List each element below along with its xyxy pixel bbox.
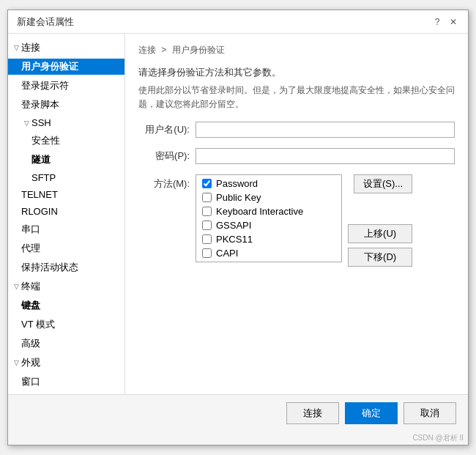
dialog: 新建会话属性 ? ✕ ▽ 连接 用户身份验证 登录提示符 — [7, 10, 469, 445]
username-input[interactable] — [196, 122, 455, 138]
sidebar-item-telnet[interactable]: TELNET — [8, 186, 124, 203]
sidebar-item-vt-mode[interactable]: VT 模式 — [8, 315, 124, 334]
help-button[interactable]: ? — [431, 16, 443, 28]
sidebar-item-sftp[interactable]: SFTP — [8, 169, 124, 186]
title-bar-controls: ? ✕ — [431, 16, 459, 28]
move-up-button[interactable]: 上移(U) — [348, 224, 412, 243]
method-gssapi-label: GSSAPI — [216, 220, 251, 231]
sidebar-label-ssh: SSH — [31, 117, 51, 128]
sidebar-item-ssh[interactable]: ▽ SSH — [8, 114, 124, 131]
method-capi[interactable]: CAPI — [202, 248, 335, 259]
method-password-label: Password — [216, 178, 258, 189]
expand-icon-appearance: ▽ — [11, 358, 21, 368]
sidebar-label-connection: 连接 — [21, 41, 40, 54]
sidebar-item-window[interactable]: 窗口 — [8, 372, 124, 391]
checkbox-password[interactable] — [202, 179, 212, 188]
sidebar-label-advanced-term: 高级 — [21, 337, 40, 350]
watermark: CSDN @君析 II — [8, 432, 468, 445]
sidebar-item-appearance[interactable]: ▽ 外观 — [8, 353, 124, 372]
password-row: 密码(P): — [138, 148, 455, 164]
sidebar-label-login-script: 登录脚本 — [21, 98, 59, 111]
sidebar-label-window: 窗口 — [21, 375, 40, 388]
methods-box: Password Public Key Keyboard Interactive — [196, 174, 342, 262]
connect-button[interactable]: 连接 — [286, 402, 339, 424]
sidebar-item-proxy[interactable]: 代理 — [8, 239, 124, 258]
move-down-button[interactable]: 下移(D) — [348, 248, 412, 267]
settings-button[interactable]: 设置(S)... — [354, 174, 412, 193]
method-gssapi[interactable]: GSSAPI — [202, 220, 335, 231]
methods-section: 方法(M): Password Public Key K — [138, 174, 455, 267]
expand-icon-connection: ▽ — [11, 42, 21, 53]
breadcrumb: 连接 > 用户身份验证 — [138, 44, 455, 56]
sidebar-item-login-prompt[interactable]: 登录提示符 — [8, 76, 124, 95]
ok-button[interactable]: 确定 — [345, 402, 398, 424]
sidebar-label-sftp: SFTP — [31, 172, 56, 183]
password-input[interactable] — [196, 148, 455, 164]
dialog-footer: 连接 确定 取消 — [8, 394, 468, 432]
sidebar-label-terminal: 终端 — [21, 280, 40, 293]
sidebar-label-user-auth: 用户身份验证 — [21, 60, 78, 73]
username-row: 用户名(U): — [138, 122, 455, 138]
sidebar-label-keepalive: 保持活动状态 — [21, 261, 78, 274]
sidebar-label-serial: 串口 — [21, 223, 40, 236]
cancel-button[interactable]: 取消 — [404, 402, 456, 424]
method-pkcs11[interactable]: PKCS11 — [202, 234, 335, 245]
checkbox-public-key[interactable] — [202, 193, 212, 202]
sidebar-item-keepalive[interactable]: 保持活动状态 — [8, 258, 124, 277]
username-label: 用户名(U): — [138, 123, 190, 136]
sidebar-label-tunnel: 隧道 — [31, 153, 51, 166]
method-label: 方法(M): — [138, 174, 190, 190]
dialog-title: 新建会话属性 — [17, 15, 74, 29]
sidebar-label-rlogin: RLOGIN — [21, 206, 58, 217]
sidebar-item-terminal[interactable]: ▽ 终端 — [8, 277, 124, 296]
sidebar-label-proxy: 代理 — [21, 242, 40, 255]
desc-line1: 请选择身份验证方法和其它参数。 — [138, 65, 455, 81]
sidebar-item-keyboard[interactable]: 键盘 — [8, 296, 124, 315]
sidebar-label-appearance: 外观 — [21, 356, 40, 369]
method-keyboard-interactive[interactable]: Keyboard Interactive — [202, 206, 335, 217]
method-pkcs11-label: PKCS11 — [216, 234, 253, 245]
breadcrumb-separator: > — [161, 45, 168, 55]
sidebar-label-keyboard: 键盘 — [21, 299, 40, 312]
sidebar-item-security[interactable]: 安全性 — [8, 131, 124, 150]
expand-icon-ssh: ▽ — [21, 118, 31, 128]
dialog-body: ▽ 连接 用户身份验证 登录提示符 登录脚本 — [8, 34, 468, 394]
section-description: 请选择身份验证方法和其它参数。 使用此部分以节省登录时间。但是，为了最大限度地提… — [138, 65, 455, 111]
title-bar: 新建会话属性 ? ✕ — [8, 10, 468, 34]
desc-line2: 使用此部分以节省登录时间。但是，为了最大限度地提高安全性，如果担心安全问题，建议… — [138, 84, 455, 111]
close-button[interactable]: ✕ — [447, 16, 459, 28]
sidebar-item-tunnel[interactable]: 隧道 — [8, 150, 124, 169]
checkbox-gssapi[interactable] — [202, 221, 212, 230]
expand-icon-terminal: ▽ — [11, 281, 21, 292]
password-label: 密码(P): — [138, 149, 190, 163]
checkbox-keyboard-interactive[interactable] — [202, 207, 212, 216]
sidebar-item-rlogin[interactable]: RLOGIN — [8, 203, 124, 220]
checkbox-pkcs11[interactable] — [202, 234, 212, 244]
checkbox-capi[interactable] — [202, 248, 212, 258]
sidebar-label-login-prompt: 登录提示符 — [21, 79, 69, 92]
sidebar-item-connection[interactable]: ▽ 连接 — [8, 38, 124, 57]
method-keyboard-interactive-label: Keyboard Interactive — [216, 206, 303, 217]
sidebar-item-user-auth[interactable]: 用户身份验证 — [8, 57, 124, 76]
sidebar-label-security: 安全性 — [31, 134, 60, 147]
sidebar: ▽ 连接 用户身份验证 登录提示符 登录脚本 — [8, 34, 125, 394]
sidebar-item-advanced-term[interactable]: 高级 — [8, 334, 124, 353]
sidebar-item-login-script[interactable]: 登录脚本 — [8, 95, 124, 114]
breadcrumb-part2: 用户身份验证 — [172, 45, 225, 55]
method-password[interactable]: Password — [202, 178, 335, 189]
method-public-key[interactable]: Public Key — [202, 192, 335, 203]
sidebar-label-vt-mode: VT 模式 — [21, 318, 55, 331]
method-capi-label: CAPI — [216, 248, 238, 259]
sidebar-item-serial[interactable]: 串口 — [8, 220, 124, 239]
sidebar-label-telnet: TELNET — [21, 189, 58, 200]
method-public-key-label: Public Key — [216, 192, 261, 203]
content-panel: 连接 > 用户身份验证 请选择身份验证方法和其它参数。 使用此部分以节省登录时间… — [125, 34, 468, 394]
breadcrumb-part1: 连接 — [138, 45, 156, 55]
